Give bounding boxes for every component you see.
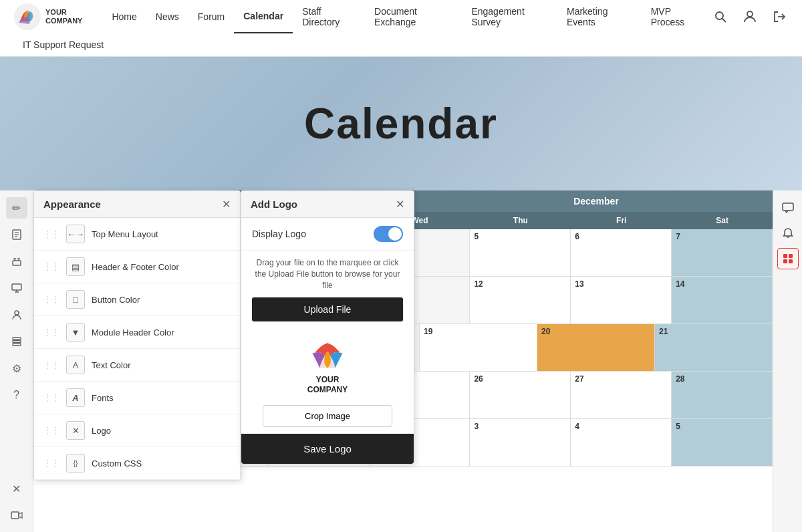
cal-day-number: 28 [676,374,768,384]
main-nav: Home News Forum Calendar Staff Directory… [102,0,711,33]
calendar-month-dec: December [420,190,773,212]
appearance-item-custom-css[interactable]: ⋮⋮ {} Custom CSS [34,447,240,480]
video-icon[interactable] [6,505,27,526]
logo-preview-svg [307,339,348,372]
logo-icon: ✕ [66,421,85,440]
cal-day[interactable]: 5 [672,419,773,466]
display-logo-toggle[interactable] [374,226,403,242]
person-icon[interactable] [6,304,27,325]
drag-handle: ⋮⋮ [43,262,59,271]
logout-icon[interactable] [770,7,789,26]
page-icon[interactable] [6,224,27,245]
nav-it-support[interactable]: IT Support Request [13,28,113,61]
hero-title: Calendar [304,99,498,148]
cal-day[interactable]: 6 [571,229,672,276]
site-logo[interactable]: YOUR COMPANY [13,3,82,31]
module-header-color-label: Module Header Color [92,327,231,338]
bell-icon[interactable] [777,223,799,244]
svg-rect-26 [789,259,793,263]
help-icon[interactable]: ? [6,384,27,406]
add-logo-close-button[interactable]: ✕ [396,198,404,211]
add-logo-panel: Add Logo ✕ Display Logo Drag your file o… [241,190,414,464]
appearance-panel-header: Appearance ✕ [34,191,240,218]
module-header-color-icon: ▼ [66,323,85,342]
logo-company-preview-text: YOUR COMPANY [307,375,348,394]
cal-day[interactable]: 12 [470,277,571,323]
edit-icon[interactable]: ✏ [6,197,27,219]
close-panel-icon[interactable]: ✕ [6,478,27,499]
hero-banner: Calendar [0,57,802,190]
grid-red-icon[interactable] [777,248,799,269]
cal-day[interactable]: 27 [571,372,672,418]
upload-file-button[interactable]: Upload File [252,297,403,321]
cal-day[interactable]: 13 [571,277,672,323]
search-icon[interactable] [711,7,730,26]
crop-image-button[interactable]: Crop Image [263,405,392,427]
cal-header-fri: Fri [571,212,672,229]
appearance-close-button[interactable]: ✕ [222,198,231,211]
toggle-knob [388,227,402,241]
nav-news[interactable]: News [146,0,188,33]
button-color-icon: □ [66,290,85,309]
cal-day[interactable]: 21 [655,324,773,371]
drag-handle: ⋮⋮ [43,360,59,370]
drag-handle: ⋮⋮ [43,295,59,304]
nav-forum[interactable]: Forum [188,0,234,33]
custom-css-icon: {} [66,454,85,473]
cal-day[interactable]: 5 [470,229,571,276]
cal-day[interactable]: 7 [672,229,773,276]
nav-mvp-process[interactable]: MVP Process [642,0,711,33]
appearance-panel-title: Appearance [43,198,101,210]
cal-day[interactable]: 4 [571,419,672,466]
cal-day[interactable]: 28 [672,372,773,418]
nav-calendar[interactable]: Calendar [234,0,293,33]
user-icon[interactable] [741,7,759,26]
appearance-item-header-footer-color[interactable]: ⋮⋮ ▤ Header & Footer Color [34,251,240,283]
appearance-item-text-color[interactable]: ⋮⋮ A Text Color [34,349,240,382]
nav-marketing-events[interactable]: Marketing Events [557,0,642,33]
save-logo-button[interactable]: Save Logo [241,434,414,464]
add-logo-panel-title: Add Logo [251,198,297,210]
text-color-label: Text Color [92,360,231,370]
drag-handle: ⋮⋮ [43,393,59,402]
gear-icon[interactable]: ⚙ [6,358,27,379]
nav-engagement-survey[interactable]: Engagement Survey [462,0,557,33]
svg-point-1 [716,12,723,19]
chat-icon[interactable] [777,197,799,219]
appearance-item-top-menu-layout[interactable]: ⋮⋮ ←→ Top Menu Layout [34,218,240,251]
text-color-icon: A [66,356,85,374]
appearance-item-module-header-color[interactable]: ⋮⋮ ▼ Module Header Color [34,316,240,349]
cal-header-sat: Sat [672,212,773,229]
cal-day-number: 5 [676,422,768,431]
cal-day[interactable]: 14 [672,277,773,323]
appearance-item-logo[interactable]: ⋮⋮ ✕ Logo [34,414,240,447]
cal-day[interactable]: 20 [537,324,655,371]
svg-rect-18 [13,338,21,340]
appearance-item-button-color[interactable]: ⋮⋮ □ Button Color [34,283,240,316]
svg-rect-23 [783,254,787,258]
header-footer-color-icon: ▤ [66,257,85,276]
nav-document-exchange[interactable]: Document Exchange [365,0,462,33]
cal-day[interactable]: 19 [420,324,537,371]
cal-day-number: 26 [474,374,566,384]
appearance-panel: Appearance ✕ ⋮⋮ ←→ Top Menu Layout ⋮⋮ ▤ … [33,190,241,481]
cal-day-number: 13 [575,279,667,289]
cal-day[interactable]: 3 [470,419,571,466]
cal-day[interactable]: 26 [470,372,571,418]
top-menu-layout-label: Top Menu Layout [92,229,231,239]
plugin-icon[interactable] [6,251,27,272]
fonts-label: Fonts [92,393,231,403]
logo-company-name2: COMPANY [45,17,82,25]
cal-day-number: 14 [676,279,768,289]
svg-line-2 [722,19,726,23]
svg-rect-24 [789,254,793,258]
appearance-item-fonts[interactable]: ⋮⋮ A Fonts [34,382,240,414]
svg-rect-21 [11,512,19,519]
nav-staff-directory[interactable]: Staff Directory [293,0,365,33]
monitor-icon[interactable] [6,277,27,299]
cal-day-number: 6 [575,232,667,241]
cal-day-number: 4 [575,422,667,431]
cal-day-number: 20 [541,327,650,336]
layers-icon[interactable] [6,331,27,352]
cal-day-number: 21 [659,327,768,336]
